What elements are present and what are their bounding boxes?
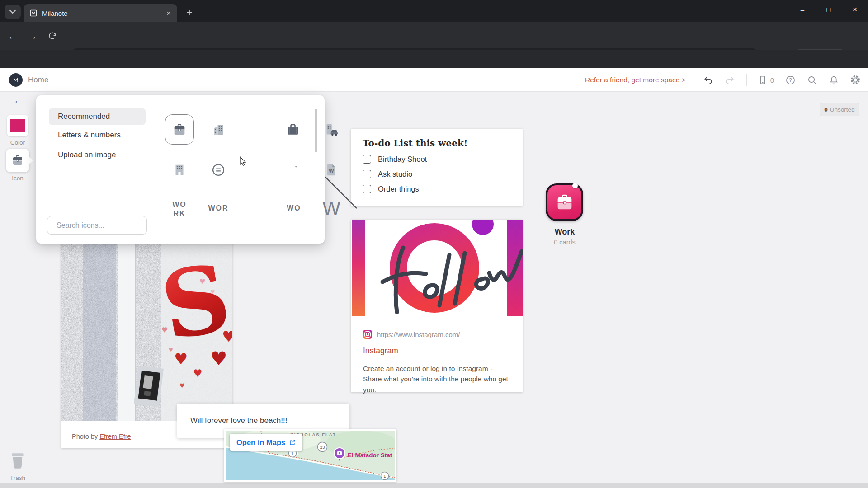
svg-text:♥: ♥ — [179, 382, 185, 389]
export-to-phone-button[interactable]: 0 — [758, 75, 774, 85]
document-w-icon: W — [324, 162, 339, 178]
picker-icon-car-building[interactable] — [317, 114, 346, 145]
tab-search-chevron-button[interactable] — [5, 5, 21, 19]
phone-icon — [758, 75, 768, 85]
canvas-bottom-scrollbar[interactable] — [0, 483, 868, 488]
search-button[interactable] — [807, 75, 817, 85]
note-text: Will forever love the beach!!! — [190, 416, 287, 425]
map-card[interactable]: Open in Maps NICHOLAS FLAT 23 1 — [224, 429, 396, 482]
milanote-favicon — [30, 9, 37, 17]
todo-item: Birthday Shoot — [363, 155, 511, 164]
redo-button[interactable] — [725, 75, 736, 85]
picker-icon-apartment[interactable] — [165, 155, 194, 185]
browser-tab-strip: Milanote × + – ▢ × — [0, 0, 868, 22]
trash-label: Trash — [0, 474, 35, 481]
todo-card[interactable]: To-do List this week! Birthday Shoot Ask… — [351, 129, 523, 206]
header-divider — [746, 74, 747, 86]
instagram-description: Create an account or log in to Instagram… — [363, 363, 509, 395]
picker-letter-wo[interactable]: WO — [279, 204, 309, 213]
tab-close-button[interactable]: × — [166, 9, 171, 17]
refer-friend-link[interactable]: Refer a friend, get more space > — [585, 76, 686, 84]
picker-icon-document-w[interactable]: W — [317, 155, 346, 185]
window-close-button[interactable]: × — [842, 0, 868, 19]
window-maximize-button[interactable]: ▢ — [816, 0, 842, 19]
todo-item-label: Birthday Shoot — [378, 155, 427, 164]
milanote-app-window: Milanote × + – ▢ × ← → app.milanote.com/… — [0, 0, 868, 488]
icon-search-box[interactable] — [47, 216, 147, 235]
gear-icon — [850, 75, 861, 85]
checkbox-birthday-shoot[interactable] — [363, 155, 371, 164]
help-button[interactable]: ? — [785, 75, 796, 85]
undo-button[interactable] — [703, 75, 714, 85]
svg-text:♥: ♥ — [174, 350, 188, 368]
svg-text:♥: ♥ — [161, 326, 168, 334]
instagram-link-card[interactable]: https://www.instagram.com/ Instagram Cre… — [351, 220, 523, 392]
beach-valentine-photo: S ♥ ♥ ♥ ♥ ♥ ♥ ♥ ♥ ♥ — [61, 239, 232, 421]
apartment-icon — [172, 162, 187, 178]
instagram-link-title[interactable]: Instagram — [363, 346, 398, 356]
instagram-url: https://www.instagram.com/ — [377, 331, 460, 338]
picker-menu-letters-numbers[interactable]: Letters & numbers — [49, 127, 146, 143]
todo-title: To-do List this week! — [363, 138, 511, 149]
svg-text:?: ? — [789, 77, 792, 83]
sidebar-item-color[interactable]: Color — [0, 115, 35, 146]
checkbox-order-things[interactable] — [363, 185, 371, 193]
briefcase-icon — [11, 154, 24, 167]
icon-card-selected[interactable] — [6, 149, 29, 172]
browser-reload-button[interactable] — [42, 26, 62, 46]
browser-back-button[interactable]: ← — [3, 26, 23, 46]
chevron-down-icon — [9, 7, 16, 14]
redo-icon — [725, 75, 735, 85]
picker-icon-squiggle[interactable] — [279, 155, 308, 185]
svg-text:♥: ♥ — [193, 367, 203, 379]
popup-scrollbar-thumb[interactable] — [315, 109, 317, 152]
new-tab-button[interactable]: + — [183, 6, 196, 19]
color-swatch-card[interactable] — [7, 115, 28, 136]
photo-credit-link[interactable]: Efrem Efre — [99, 433, 131, 440]
milanote-logo[interactable] — [9, 73, 23, 87]
svg-text:♥: ♥ — [222, 328, 232, 345]
mouse-cursor — [238, 156, 248, 167]
icon-picker-popup: Recommended Letters & numbers Upload an … — [36, 95, 325, 244]
tab-title: Milanote — [42, 9, 166, 17]
map-place-label: El Matador Stat — [348, 452, 392, 459]
picker-menu-recommended[interactable]: Recommended — [49, 108, 146, 125]
work-board-tile[interactable] — [546, 183, 583, 221]
undo-icon — [703, 75, 713, 85]
checkbox-ask-studio[interactable] — [363, 170, 371, 178]
picker-letter-wor[interactable]: WOR — [203, 204, 233, 213]
picker-icon-equals-circle[interactable] — [204, 155, 233, 185]
picker-icon-suitcase[interactable] — [278, 114, 307, 145]
browser-forward-button[interactable]: → — [23, 26, 42, 46]
work-board-title[interactable]: Work — [533, 227, 597, 237]
picker-letter-w[interactable]: W — [316, 197, 346, 221]
phone-count: 0 — [770, 76, 774, 84]
svg-text:♥: ♥ — [210, 347, 227, 370]
bell-icon — [829, 75, 839, 85]
sidebar-item-trash[interactable]: Trash — [0, 451, 35, 481]
open-in-maps-button[interactable]: Open in Maps — [230, 434, 302, 451]
icon-search-input[interactable] — [57, 221, 150, 230]
todo-item-label: Order things — [378, 185, 419, 193]
color-swatch — [10, 119, 25, 132]
reload-icon — [48, 32, 57, 41]
car-building-icon — [323, 122, 340, 138]
window-minimize-button[interactable]: – — [789, 0, 816, 19]
sidebar-item-icon[interactable]: Icon — [0, 149, 35, 182]
picker-icon-briefcase-selected[interactable] — [165, 114, 194, 145]
sidebar-back-button[interactable]: ← — [12, 94, 24, 107]
search-icon — [807, 75, 817, 85]
notifications-button[interactable] — [828, 75, 839, 85]
header-actions: Refer a friend, get more space > 0 ? — [585, 68, 861, 92]
instagram-follow-drawing — [351, 220, 523, 316]
briefcase-icon — [172, 122, 187, 137]
svg-text:♥: ♥ — [210, 289, 215, 295]
photo-credit-prefix: Photo by — [72, 433, 98, 440]
unsorted-badge[interactable]: 0 Unsorted — [820, 103, 859, 116]
picker-menu-upload-image[interactable]: Upload an image — [49, 147, 146, 163]
browser-tab-milanote[interactable]: Milanote × — [24, 4, 177, 22]
browser-substrip — [0, 50, 868, 68]
picker-icon-office-building[interactable] — [204, 114, 233, 145]
settings-button[interactable] — [850, 75, 861, 85]
picker-letter-work[interactable]: WORK — [165, 200, 194, 218]
